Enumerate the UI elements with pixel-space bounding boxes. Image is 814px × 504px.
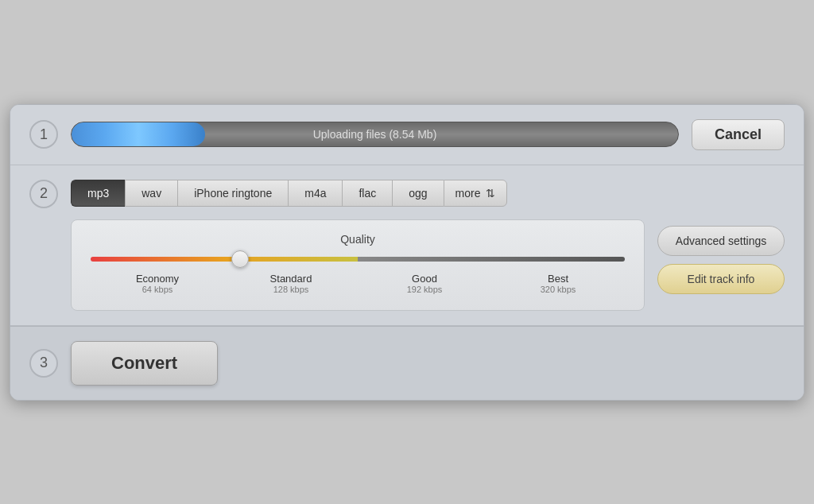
section-2-inner: 2 mp3 wav iPhone ringtone m4a flac ogg m… — [29, 180, 785, 311]
quality-label-best-kbps: 320 kbps — [491, 285, 625, 294]
section-2-format: 2 mp3 wav iPhone ringtone m4a flac ogg m… — [10, 165, 804, 326]
step-badge-2: 2 — [29, 180, 58, 208]
quality-label-economy: Economy 64 kbps — [91, 273, 224, 294]
quality-label-good-kbps: 192 kbps — [358, 285, 491, 294]
quality-label-standard: Standard 128 kbps — [224, 273, 358, 294]
edit-track-info-button[interactable]: Edit track info — [657, 264, 785, 294]
step-badge-1: 1 — [29, 120, 58, 149]
format-tab-wav[interactable]: wav — [125, 180, 177, 207]
format-tab-ogg[interactable]: ogg — [392, 180, 443, 207]
chevron-icon: ⇅ — [486, 187, 495, 200]
progress-bar-container: Uploading files (8.54 Mb) — [71, 122, 679, 147]
quality-label-economy-name: Economy — [91, 273, 224, 285]
format-tab-mp3[interactable]: mp3 — [71, 180, 125, 207]
step-badge-3: 3 — [29, 349, 58, 378]
section-1-upload: 1 Uploading files (8.54 Mb) Cancel — [10, 105, 804, 165]
quality-label-standard-kbps: 128 kbps — [224, 285, 358, 294]
more-label: more — [455, 187, 481, 200]
advanced-settings-button[interactable]: Advanced settings — [657, 226, 785, 256]
cancel-button[interactable]: Cancel — [692, 119, 785, 150]
quality-label-standard-name: Standard — [224, 273, 358, 285]
quality-panel: Quality Economy 64 kbps Standard 128 kbp… — [71, 219, 645, 311]
section-3-convert: 3 Convert — [10, 326, 804, 400]
section-2-buttons: Advanced settings Edit track info — [657, 180, 785, 294]
format-tab-more[interactable]: more ⇅ — [444, 180, 507, 207]
format-tab-iphone-ringtone[interactable]: iPhone ringtone — [177, 180, 288, 207]
quality-title: Quality — [91, 233, 625, 246]
format-tab-flac[interactable]: flac — [342, 180, 392, 207]
quality-label-good: Good 192 kbps — [358, 273, 491, 294]
quality-label-economy-kbps: 64 kbps — [91, 285, 224, 294]
convert-button[interactable]: Convert — [71, 341, 218, 386]
slider-track-container — [91, 257, 625, 262]
upload-progress-label: Uploading files (8.54 Mb) — [72, 128, 678, 141]
quality-label-good-name: Good — [358, 273, 491, 285]
quality-label-best: Best 320 kbps — [491, 273, 625, 294]
app-container: 1 Uploading files (8.54 Mb) Cancel 2 mp3… — [10, 104, 804, 401]
slider-labels: Economy 64 kbps Standard 128 kbps Good 1… — [91, 273, 625, 294]
slider-thumb[interactable] — [231, 250, 249, 268]
format-tabs: mp3 wav iPhone ringtone m4a flac ogg mor… — [71, 180, 645, 207]
section-2-main: mp3 wav iPhone ringtone m4a flac ogg mor… — [71, 180, 645, 311]
format-tab-m4a[interactable]: m4a — [288, 180, 342, 207]
slider-track — [91, 257, 625, 262]
quality-label-best-name: Best — [491, 273, 625, 285]
